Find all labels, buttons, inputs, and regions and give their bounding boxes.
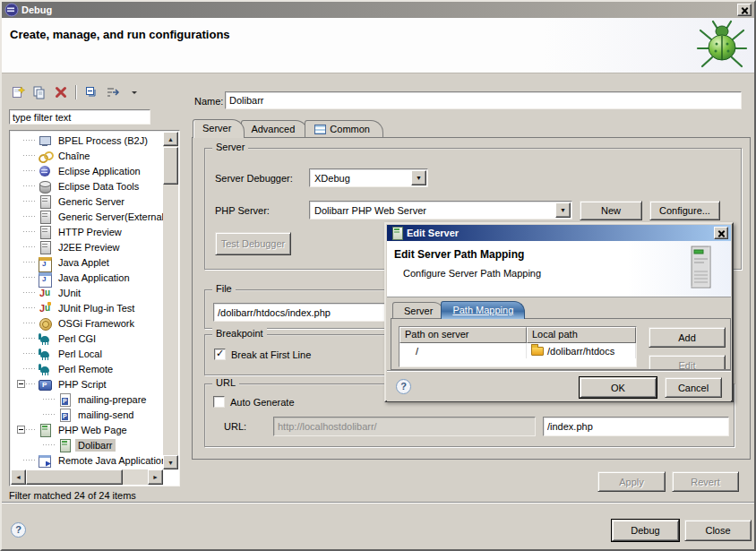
break-first-line-checkbox[interactable] (214, 349, 226, 360)
tree-item[interactable]: Perl Local (11, 346, 163, 361)
tree-item-label: PHP Web Page (56, 424, 130, 436)
new-server-button[interactable]: New (580, 201, 642, 220)
chevron-down-icon[interactable]: ▼ (411, 170, 426, 185)
duplicate-icon[interactable] (30, 83, 49, 101)
tree-item[interactable]: HTTP Preview (11, 224, 163, 239)
url-base-input (273, 417, 536, 436)
configure-button[interactable]: Configure... (649, 201, 720, 220)
tree-item[interactable]: Perl CGI (11, 331, 163, 346)
cancel-button[interactable]: Cancel (665, 377, 722, 398)
revert-button[interactable]: Revert (672, 471, 739, 492)
scroll-down-icon[interactable]: ▼ (163, 455, 178, 469)
help-icon[interactable]: ? (11, 522, 26, 538)
toolbar-separator (75, 85, 77, 99)
close-icon (717, 229, 726, 237)
url-path-input[interactable] (543, 417, 729, 436)
server-icon (38, 240, 52, 254)
tree-item[interactable]: mailing-send (11, 407, 163, 422)
header-banner: Create, manage, and run configurations (2, 18, 754, 73)
window-title: Debug (21, 4, 735, 15)
collapse-toggle-icon[interactable] (17, 380, 25, 388)
server-icon (38, 194, 52, 209)
tree-item-label: Remote Java Application (56, 454, 163, 467)
column-header[interactable]: Local path (527, 327, 636, 343)
tree-item[interactable]: Perl Remote (11, 361, 163, 376)
scroll-up-icon[interactable]: ▲ (163, 132, 178, 146)
tree-item[interactable]: BPEL Process (B2J) (11, 133, 163, 148)
tree-item[interactable]: Generic Server (11, 194, 163, 209)
server-debugger-label: Server Debugger: (215, 173, 293, 184)
collapse-all-icon[interactable] (82, 83, 101, 101)
vscroll-thumb[interactable] (163, 147, 178, 185)
scroll-left-icon[interactable]: ◄ (11, 469, 26, 485)
column-header[interactable]: Path on server (399, 327, 527, 343)
scroll-right-icon[interactable]: ► (148, 469, 163, 485)
tree-vertical-scrollbar[interactable]: ▲ ▼ (163, 132, 178, 469)
help-icon[interactable]: ? (396, 379, 411, 394)
dialog-close-button[interactable] (714, 227, 728, 239)
tree-item-label: Dolibarr (75, 439, 116, 452)
tab-label: Path Mapping (452, 305, 513, 315)
server-debugger-combo[interactable]: XDebug ▼ (309, 168, 428, 187)
php-server-combo[interactable]: Dolibarr PHP Web Server ▼ (309, 201, 572, 220)
tree-item[interactable]: J2EE Preview (11, 239, 163, 254)
name-input[interactable] (225, 91, 742, 109)
folder-icon (531, 347, 544, 356)
tab-server[interactable]: Server (193, 119, 245, 138)
tab-common[interactable]: Common (305, 120, 383, 138)
path-mapping-content: Path on serverLocal path //dolibarr/htdo… (391, 318, 731, 370)
menu-chevron-icon[interactable] (125, 83, 144, 101)
tree-horizontal-scrollbar[interactable]: ◄ ► (11, 469, 163, 485)
database-icon (38, 179, 52, 194)
tree-item[interactable]: JUnit (11, 285, 163, 300)
edit-button[interactable]: Edit (649, 355, 726, 370)
add-button[interactable]: Add (649, 327, 726, 348)
tree-item[interactable]: Java Application (11, 270, 163, 285)
debug-button[interactable]: Debug (612, 520, 679, 541)
dialog-tab-server[interactable]: Server (392, 302, 444, 319)
php-server-value: Dolibarr PHP Web Server (310, 205, 555, 216)
new-config-icon[interactable] (8, 83, 28, 101)
tree-item[interactable]: Dolibarr (11, 437, 163, 452)
server-tower-icon (684, 245, 717, 291)
table-row[interactable]: //dolibarr/htdocs (399, 343, 636, 358)
auto-generate-checkbox[interactable] (213, 396, 225, 408)
tree-item[interactable]: Java Applet (11, 254, 163, 270)
tab-label: Server (404, 306, 433, 316)
chevron-down-icon[interactable]: ▼ (555, 202, 571, 218)
tree-item[interactable]: Eclipse Application (11, 163, 163, 178)
tree-item[interactable]: OSGi Framework (11, 315, 163, 331)
bpel-process-icon (38, 133, 52, 148)
hscroll-thumb[interactable] (26, 469, 123, 485)
tree-item[interactable]: Chaîne (11, 148, 163, 163)
debug-configurations-window: Debug Create, manage, and run configurat… (0, 0, 756, 551)
server-debugger-value: XDebug (310, 173, 411, 184)
filter-input[interactable] (9, 109, 150, 125)
delete-icon[interactable] (51, 83, 71, 101)
tree-item[interactable]: Eclipse Data Tools (11, 178, 163, 194)
tab-advanced[interactable]: Advanced (241, 120, 308, 138)
edit-server-dialog: Edit Server Edit Server Path Mapping Con… (384, 222, 734, 402)
tree-item[interactable]: Generic Server(External La (11, 209, 163, 224)
tree-item[interactable]: Remote Java Application (11, 452, 163, 468)
close-button[interactable]: Close (684, 520, 752, 541)
server-icon (38, 225, 52, 239)
collapse-toggle-icon[interactable] (17, 426, 25, 434)
local-path-cell: /dolibarr/htdocs (527, 343, 636, 358)
perl-icon (38, 362, 52, 376)
filter-icon[interactable] (103, 83, 123, 101)
test-debugger-button[interactable]: Test Debugger (215, 232, 291, 255)
footer-separator (2, 502, 754, 504)
tree-item[interactable]: PHP Web Page (11, 422, 163, 437)
tree-item[interactable]: PHP Script (11, 376, 163, 392)
php-file-icon (57, 392, 72, 407)
php-icon (38, 377, 52, 392)
tree-item[interactable]: JUnit Plug-in Test (11, 300, 163, 315)
php-server-icon (38, 423, 52, 437)
apply-button[interactable]: Apply (597, 471, 666, 492)
tree-item[interactable]: mailing-prepare (11, 392, 163, 407)
dialog-tab-path-mapping[interactable]: Path Mapping (441, 301, 525, 319)
junit-plugin-icon (38, 301, 52, 315)
window-close-button[interactable] (737, 4, 752, 16)
ok-button[interactable]: OK (580, 377, 657, 398)
